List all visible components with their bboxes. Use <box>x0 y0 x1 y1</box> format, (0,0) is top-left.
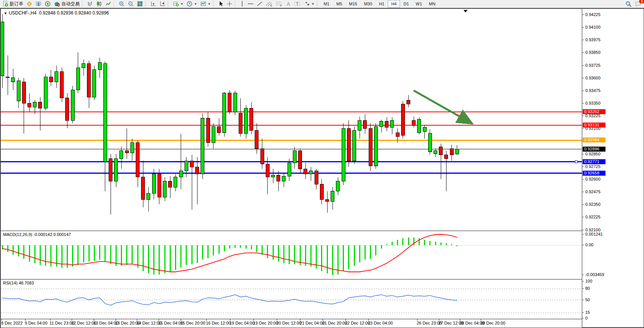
tile-windows-button[interactable] <box>135 0 145 8</box>
text-label-tool-button[interactable]: T <box>292 0 302 8</box>
timeframe-button-d1[interactable]: D1 <box>400 0 412 8</box>
macd-chart[interactable] <box>1 231 582 278</box>
timeframe-button-m30[interactable]: M30 <box>361 0 376 8</box>
indicators-icon <box>173 1 179 7</box>
bar-chart-mode-button[interactable] <box>85 0 95 8</box>
axis-tick <box>582 166 584 167</box>
price-badge-0.92984: 0.92984 <box>583 137 605 142</box>
price-axis-label: 0.93475 <box>585 88 601 93</box>
main-toolbar: 新订单 自动交易 <box>0 0 644 8</box>
chart-shift-button[interactable] <box>158 0 167 8</box>
arrows-tool-button[interactable]: ▼ <box>302 0 316 8</box>
search-button[interactable] <box>624 0 633 8</box>
axis-tick <box>582 179 584 179</box>
time-axis-label: 16 Dec 12:00 <box>206 321 231 325</box>
candles[interactable] <box>1 14 459 215</box>
auto-scroll-button[interactable] <box>149 0 158 8</box>
dropdown-caret-icon: ▼ <box>194 2 197 6</box>
trendline-tool-button[interactable] <box>255 0 264 8</box>
time-axis-label: 12 Dec 12:00 <box>71 321 96 325</box>
new-order-button[interactable]: 新订单 <box>1 0 25 8</box>
chart-symbol-timeframe: USDCHF-,H4 <box>9 10 37 16</box>
toolbar-separator <box>213 1 216 7</box>
rsi-axis-label: 80 <box>585 286 590 291</box>
zoom-out-button[interactable] <box>126 0 135 8</box>
channel-tool-button[interactable]: E <box>264 0 274 8</box>
price-badge-0.92658: 0.92658 <box>583 171 605 176</box>
time-axis-label: 19 Dec 20:00 <box>253 321 278 325</box>
line-chart-mode-button[interactable] <box>104 0 113 8</box>
time-axis-label: 11 Dec 23:00 <box>50 321 74 325</box>
dropdown-caret-icon: ▼ <box>208 2 211 6</box>
bar-chart-icon <box>87 1 93 7</box>
dropdown-caret-icon: ▼ <box>312 2 315 6</box>
price-axis[interactable]: 0.942250.941000.939750.938500.937250.936… <box>582 9 644 327</box>
svg-text:E: E <box>270 4 272 7</box>
cursor-icon <box>218 1 223 7</box>
toolbar-separator <box>145 1 148 7</box>
macd-signal-line <box>2 234 457 272</box>
line-chart-icon <box>105 1 111 7</box>
autotrading-icon <box>54 1 60 7</box>
vertical-line-tool-button[interactable] <box>238 0 246 8</box>
time-axis-label: 26 Dec 23:00 <box>417 321 442 325</box>
rsi-pane[interactable]: RSI(14) 48.7083 <box>1 279 582 319</box>
toolbar-separator <box>235 1 238 7</box>
macd-pane[interactable]: MACD(12,26,9) -0.000142 0.000147 <box>1 231 582 279</box>
trend-arrow-annotation[interactable] <box>414 90 469 122</box>
autotrading-button[interactable]: 自动交易 <box>52 0 81 8</box>
price-axis-label: 0.93850 <box>585 50 601 55</box>
axis-tick <box>582 234 584 234</box>
chart-shift-marker[interactable] <box>464 10 467 13</box>
auto-scroll-icon <box>150 1 156 7</box>
fibonacci-icon: F <box>276 1 283 7</box>
macd-label: MACD(12,26,9) -0.000142 0.000147 <box>3 232 71 237</box>
rsi-chart[interactable] <box>1 280 582 318</box>
axis-tick <box>582 281 584 281</box>
timeframe-button-w1[interactable]: W1 <box>412 0 426 8</box>
price-axis-label: 0.92475 <box>585 189 601 194</box>
time-axis[interactable]: 8 Dec 20229 Dec 04:0011 Dec 23:0012 Dec … <box>1 319 582 328</box>
horizontal-line-tool-button[interactable] <box>246 0 255 8</box>
charts-button[interactable] <box>25 0 34 8</box>
crosshair-tool-button[interactable] <box>225 0 234 8</box>
axis-tick <box>582 288 584 289</box>
svg-text:F: F <box>280 4 282 7</box>
price-axis-label: 0.92225 <box>585 215 601 219</box>
timeframe-button-h1[interactable]: H1 <box>376 0 388 8</box>
time-axis-label: 20 Dec 12:00 <box>276 321 301 325</box>
rsi-axis-label: 15 <box>585 310 590 315</box>
new-order-label: 新订单 <box>10 1 23 7</box>
periods-button[interactable]: ▼ <box>185 0 199 8</box>
text-icon: A <box>286 1 291 7</box>
strategy-tester-button[interactable] <box>34 0 43 8</box>
cursor-tool-button[interactable] <box>217 0 225 8</box>
hline-handle[interactable] <box>575 161 577 163</box>
zoom-in-button[interactable] <box>117 0 126 8</box>
fibonacci-tool-button[interactable]: F <box>274 0 284 8</box>
symbol-dropdown-icon[interactable]: ▼ <box>4 11 7 15</box>
chat-button[interactable]: 1 <box>633 0 643 8</box>
axis-tick <box>582 78 584 78</box>
templates-button[interactable]: ▼ <box>199 0 212 8</box>
time-axis-label: 21 Dec 20:00 <box>322 321 347 325</box>
timeframe-button-mn[interactable]: MN <box>426 0 439 8</box>
timeframe-button-m5[interactable]: M5 <box>333 0 345 8</box>
chart-window: ▼USDCHF-,H4 0.92848 0.92936 0.92840 0.92… <box>0 8 644 328</box>
market-watch-button[interactable] <box>43 0 52 8</box>
time-axis-label: 15 Dec 04:00 <box>158 321 183 325</box>
timeframe-button-h4[interactable]: H4 <box>388 0 400 8</box>
timeframe-button-m1[interactable]: M1 <box>320 0 333 8</box>
axis-tick <box>582 103 584 103</box>
dropdown-caret-icon: ▼ <box>180 2 183 6</box>
timeframe-button-m15[interactable]: M15 <box>345 0 360 8</box>
text-tool-button[interactable]: A <box>284 0 292 8</box>
price-pane[interactable] <box>1 9 582 230</box>
svg-text:A: A <box>287 1 290 7</box>
price-badge-0.93131: 0.93131 <box>583 123 605 128</box>
axis-tick <box>582 275 584 275</box>
candlestick-chart[interactable] <box>1 9 582 230</box>
candlestick-mode-button[interactable] <box>95 0 104 8</box>
timeframe-group: M1M5M15M30H1H4D1W1MN <box>320 0 439 8</box>
indicators-button[interactable]: ▼ <box>171 0 185 8</box>
